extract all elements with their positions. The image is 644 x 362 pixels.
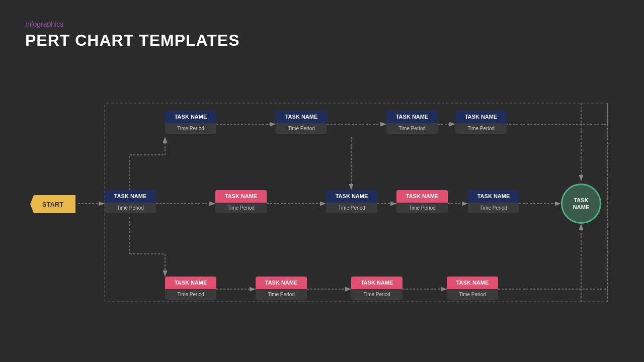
task-period-r3t3: Time Period [351, 289, 403, 300]
start-label: START [42, 201, 63, 208]
task-box-r2t4[interactable]: TASK NAME Time Period [396, 190, 448, 213]
task-header-r3t4: TASK NAME [447, 277, 498, 289]
task-period-r1t3: Time Period [386, 123, 438, 134]
end-circle[interactable]: TASKNAME [561, 184, 601, 224]
task-box-r3t2[interactable]: TASK NAME Time Period [256, 277, 307, 300]
task-period-r2t1: Time Period [105, 203, 156, 213]
task-period-r2t2: Time Period [215, 203, 267, 213]
task-header-r1t4: TASK NAME [455, 111, 507, 123]
main-title: PERT CHART TEMPLATES [25, 31, 240, 50]
task-box-r3t3[interactable]: TASK NAME Time Period [351, 277, 403, 300]
task-header-r3t2: TASK NAME [256, 277, 307, 289]
task-header-r3t3: TASK NAME [351, 277, 403, 289]
task-box-r3t1[interactable]: TASK NAME Time Period [165, 277, 216, 300]
task-period-r3t2: Time Period [256, 289, 307, 300]
task-period-r2t3: Time Period [326, 203, 377, 213]
task-period-r1t4: Time Period [455, 123, 507, 134]
task-box-r2t3[interactable]: TASK NAME Time Period [326, 190, 377, 213]
task-period-r1t1: Time Period [165, 123, 216, 134]
task-header-r1t1: TASK NAME [165, 111, 216, 123]
task-box-r2t5[interactable]: TASK NAME Time Period [468, 190, 519, 213]
task-box-r1t1[interactable]: TASK NAME Time Period [165, 111, 216, 134]
task-header-r1t2: TASK NAME [276, 111, 327, 123]
task-header-r2t2: TASK NAME [215, 190, 267, 203]
task-period-r2t5: Time Period [468, 203, 519, 213]
task-header-r1t3: TASK NAME [386, 111, 438, 123]
chart-area: START TASK NAME Time Period TASK NAME Ti… [30, 80, 614, 332]
task-box-r3t4[interactable]: TASK NAME Time Period [447, 277, 498, 300]
task-header-r2t3: TASK NAME [326, 190, 377, 203]
task-header-r2t4: TASK NAME [396, 190, 448, 203]
task-period-r3t1: Time Period [165, 289, 216, 300]
task-box-r1t2[interactable]: TASK NAME Time Period [276, 111, 327, 134]
task-header-r3t1: TASK NAME [165, 277, 216, 289]
task-header-r2t5: TASK NAME [468, 190, 519, 203]
header: Infographics PERT CHART TEMPLATES [25, 20, 240, 50]
task-box-r1t3[interactable]: TASK NAME Time Period [386, 111, 438, 134]
task-period-r1t2: Time Period [276, 123, 327, 134]
start-button[interactable]: START [30, 195, 75, 213]
task-header-r2t1: TASK NAME [105, 190, 156, 203]
task-box-r1t4[interactable]: TASK NAME Time Period [455, 111, 507, 134]
end-label: TASKNAME [573, 197, 589, 211]
task-period-r3t4: Time Period [447, 289, 498, 300]
task-period-r2t4: Time Period [396, 203, 448, 213]
task-box-r2t2[interactable]: TASK NAME Time Period [215, 190, 267, 213]
task-box-r2t1[interactable]: TASK NAME Time Period [105, 190, 156, 213]
infographics-label: Infographics [25, 20, 240, 28]
